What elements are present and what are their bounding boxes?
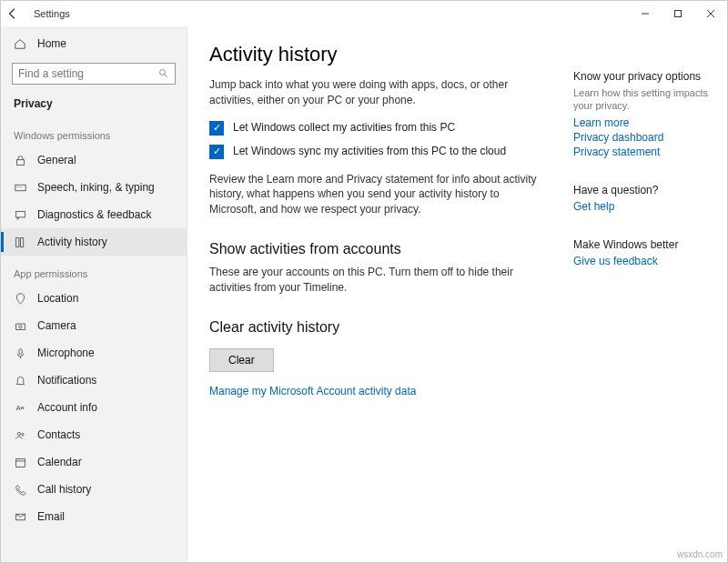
group-windows-permissions: Windows permissions (1, 117, 187, 146)
body: Home Privacy Windows permissions General… (1, 26, 727, 562)
home-label: Home (37, 37, 66, 50)
nav-contacts[interactable]: Contacts (1, 421, 187, 448)
checkbox-label: Let Windows sync my activities from this… (233, 145, 506, 157)
close-button[interactable] (694, 1, 727, 26)
watermark: wsxdn.com (677, 549, 723, 559)
nav-activity-history[interactable]: Activity history (1, 228, 187, 256)
svg-rect-12 (15, 324, 25, 330)
phone-icon (12, 484, 28, 496)
settings-window: Settings Home Privacy Windows permission… (0, 0, 728, 563)
home-link[interactable]: Home (1, 32, 187, 55)
give-feedback-link[interactable]: Give us feedback (573, 255, 716, 267)
accounts-heading: Show activities from accounts (209, 241, 550, 257)
checkbox-sync[interactable]: ✓ Let Windows sync my activities from th… (209, 145, 550, 159)
nav-label: Call history (37, 483, 91, 496)
group-app-permissions: App permissions (1, 256, 187, 285)
right-column: Know your privacy options Learn how this… (568, 26, 727, 562)
nav-speech[interactable]: Speech, inking, & typing (1, 174, 187, 201)
checkbox-label: Let Windows collect my activities from t… (233, 121, 455, 134)
nav-label: Email (37, 510, 65, 523)
svg-text:A≡: A≡ (15, 403, 24, 411)
main-area: Activity history Jump back into what you… (187, 26, 727, 562)
nav-camera[interactable]: Camera (1, 312, 187, 339)
privacy-dashboard-link[interactable]: Privacy dashboard (573, 131, 716, 144)
review-text: Review the Learn more and Privacy statem… (209, 172, 537, 217)
clear-heading: Clear activity history (209, 319, 550, 336)
nav-calendar[interactable]: Calendar (1, 448, 187, 476)
svg-rect-18 (15, 458, 25, 467)
nav-location[interactable]: Location (1, 285, 187, 312)
privacy-options-block: Know your privacy options Learn how this… (573, 70, 716, 158)
checkbox-collect[interactable]: ✓ Let Windows collect my activities from… (209, 121, 550, 136)
nav-notifications[interactable]: Notifications (1, 367, 187, 394)
camera-icon (12, 320, 28, 332)
privacy-statement-link[interactable]: Privacy statement (573, 146, 716, 158)
nav-label: Diagnostics & feedback (37, 208, 151, 221)
svg-rect-5 (15, 185, 25, 191)
email-icon (12, 511, 28, 523)
nav-label: Camera (37, 319, 76, 332)
window-controls (629, 1, 727, 26)
nav-email[interactable]: Email (1, 503, 187, 530)
nav-label: Calendar (37, 456, 82, 468)
back-button[interactable] (6, 7, 28, 20)
right-heading: Know your privacy options (573, 70, 716, 83)
account-icon: A≡ (12, 402, 28, 414)
nav-call-history[interactable]: Call history (1, 476, 187, 503)
nav-general[interactable]: General (1, 146, 187, 174)
svg-rect-10 (15, 237, 18, 246)
nav-label: Activity history (37, 236, 107, 248)
nav-label: General (37, 154, 76, 166)
svg-point-17 (21, 433, 23, 435)
nav-label: Location (37, 292, 78, 305)
nav-label: Notifications (37, 374, 96, 387)
check-icon: ✓ (209, 121, 224, 136)
minimize-button[interactable] (629, 1, 662, 26)
lock-icon (12, 155, 28, 166)
svg-point-13 (18, 325, 21, 327)
contacts-icon (12, 429, 28, 441)
right-heading: Have a question? (573, 184, 716, 196)
svg-rect-9 (15, 211, 25, 217)
nav-label: Contacts (37, 428, 80, 441)
titlebar: Settings (1, 1, 727, 26)
svg-point-2 (160, 70, 166, 75)
location-icon (12, 293, 28, 305)
search-box[interactable] (12, 63, 176, 85)
bell-icon (12, 375, 28, 387)
nav-label: Speech, inking, & typing (37, 181, 155, 194)
intro-text: Jump back into what you were doing with … (209, 77, 537, 108)
calendar-icon (12, 457, 28, 468)
svg-point-16 (17, 432, 20, 435)
svg-rect-14 (18, 348, 21, 354)
nav-label: Microphone (37, 347, 95, 359)
feedback-icon (12, 209, 28, 221)
search-icon (158, 68, 169, 79)
svg-rect-11 (20, 237, 23, 246)
microphone-icon (12, 347, 28, 359)
maximize-button[interactable] (662, 1, 694, 26)
svg-rect-4 (16, 159, 24, 165)
home-icon (14, 37, 28, 50)
learn-more-link[interactable]: Learn more (573, 116, 716, 129)
page-title: Activity history (209, 43, 550, 66)
keyboard-icon (12, 182, 28, 194)
feedback-block: Make Windows better Give us feedback (573, 238, 716, 267)
nav-diagnostics[interactable]: Diagnostics & feedback (1, 201, 187, 228)
section-privacy: Privacy (1, 94, 187, 117)
svg-rect-1 (675, 11, 682, 17)
get-help-link[interactable]: Get help (573, 200, 716, 213)
search-input[interactable] (18, 67, 158, 80)
nav-label: Account info (37, 401, 97, 414)
content: Activity history Jump back into what you… (187, 26, 568, 562)
svg-line-3 (165, 75, 167, 77)
sidebar: Home Privacy Windows permissions General… (1, 26, 187, 562)
history-icon (12, 236, 28, 248)
manage-account-link[interactable]: Manage my Microsoft Account activity dat… (209, 385, 550, 397)
clear-button[interactable]: Clear (209, 348, 274, 372)
nav-microphone[interactable]: Microphone (1, 339, 187, 367)
check-icon: ✓ (209, 145, 224, 159)
question-block: Have a question? Get help (573, 184, 716, 213)
nav-account-info[interactable]: A≡ Account info (1, 394, 187, 421)
accounts-desc: These are your accounts on this PC. Turn… (209, 265, 537, 296)
